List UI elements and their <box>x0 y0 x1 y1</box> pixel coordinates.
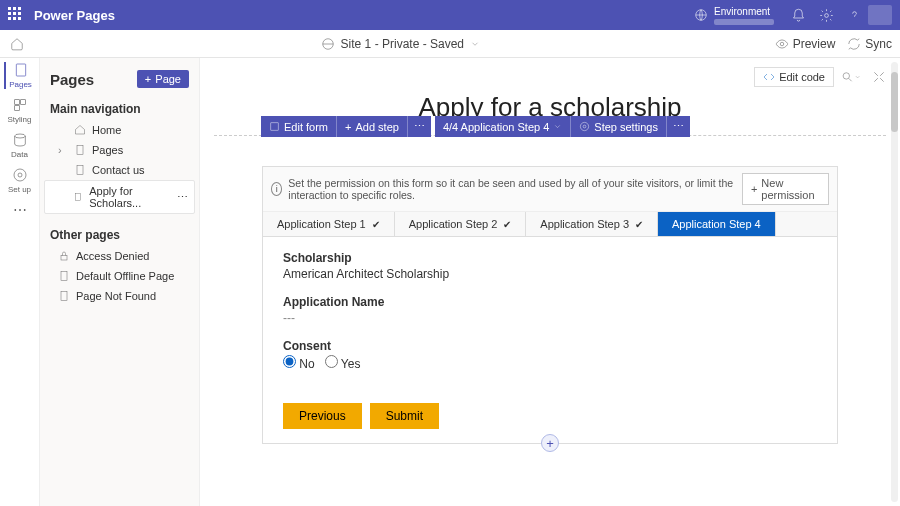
toolbar-more-1[interactable]: ⋯ <box>408 116 431 137</box>
edit-form-button[interactable]: Edit form <box>261 116 337 137</box>
top-bar: Power Pages Environment <box>0 0 900 30</box>
svg-point-19 <box>583 125 586 128</box>
tab-step-2[interactable]: Application Step 2 <box>395 212 527 236</box>
sync-label: Sync <box>865 37 892 51</box>
toolbar-more-2[interactable]: ⋯ <box>667 116 690 137</box>
svg-point-20 <box>581 122 589 130</box>
nav-contact[interactable]: Contact us <box>44 160 195 180</box>
page-icon <box>74 164 86 176</box>
svg-rect-16 <box>61 292 67 301</box>
consent-label: Consent <box>283 339 817 353</box>
page-icon <box>73 191 83 203</box>
svg-point-8 <box>14 134 25 138</box>
svg-rect-18 <box>271 123 278 130</box>
form-icon <box>269 121 280 132</box>
sync-button[interactable]: Sync <box>847 37 892 51</box>
add-section-button[interactable]: + <box>541 434 559 452</box>
previous-button[interactable]: Previous <box>283 403 362 429</box>
sidebar-title: Pages <box>50 71 94 88</box>
search-icon <box>841 70 854 84</box>
consent-no-option[interactable]: No <box>283 355 315 371</box>
account-avatar[interactable] <box>868 5 892 25</box>
nav-pages[interactable]: ›Pages <box>44 140 195 160</box>
svg-rect-6 <box>20 100 25 105</box>
app-launcher-icon[interactable] <box>8 7 24 23</box>
svg-rect-11 <box>77 146 83 155</box>
permission-text: Set the permission on this form so it ca… <box>288 177 736 201</box>
tab-step-1[interactable]: Application Step 1 <box>263 212 395 236</box>
svg-rect-12 <box>77 166 83 175</box>
environment-label: Environment <box>714 6 770 17</box>
more-icon[interactable]: ⋯ <box>177 191 188 204</box>
info-icon: i <box>271 182 282 196</box>
command-bar: Site 1 - Private - Saved Preview Sync <box>0 30 900 58</box>
plus-icon: + <box>345 121 351 133</box>
tab-step-3[interactable]: Application Step 3 <box>526 212 658 236</box>
step-settings-button[interactable]: Step settings <box>571 116 667 137</box>
consent-yes-option[interactable]: Yes <box>325 355 361 371</box>
new-permission-button[interactable]: +New permission <box>742 173 829 205</box>
site-picker[interactable]: Site 1 - Private - Saved <box>38 37 763 51</box>
rail-styling[interactable]: Styling <box>4 97 36 124</box>
main-nav-header: Main navigation <box>44 98 195 120</box>
svg-point-1 <box>824 13 828 17</box>
home-icon <box>74 124 86 136</box>
gear-icon <box>579 121 590 132</box>
preview-label: Preview <box>793 37 836 51</box>
svg-rect-14 <box>61 256 67 261</box>
nav-offline[interactable]: Default Offline Page <box>44 266 195 286</box>
canvas-scrollbar[interactable] <box>891 62 898 502</box>
application-name-value: --- <box>283 311 817 325</box>
page-icon <box>74 144 86 156</box>
chevron-down-icon <box>470 39 480 49</box>
step-counter-button[interactable]: 4/4 Application Step 4 <box>435 116 571 137</box>
svg-rect-4 <box>16 64 25 76</box>
chevron-down-icon <box>553 122 562 131</box>
zoom-button[interactable] <box>840 66 862 88</box>
nav-notfound[interactable]: Page Not Found <box>44 286 195 306</box>
submit-button[interactable]: Submit <box>370 403 439 429</box>
home-button[interactable] <box>8 37 26 51</box>
preview-button[interactable]: Preview <box>775 37 836 51</box>
plus-icon: + <box>751 183 757 195</box>
code-icon <box>763 71 775 83</box>
help-button[interactable] <box>840 1 868 29</box>
add-step-button[interactable]: +Add step <box>337 116 408 137</box>
fullscreen-button[interactable] <box>868 66 890 88</box>
application-name-label: Application Name <box>283 295 817 309</box>
scrollbar-thumb[interactable] <box>891 72 898 132</box>
sync-icon <box>847 37 861 51</box>
form-toolbar: Edit form +Add step ⋯ 4/4 Application St… <box>261 116 690 137</box>
rail-more[interactable]: ⋯ <box>4 202 36 218</box>
permission-bar: i Set the permission on this form so it … <box>263 167 837 212</box>
design-canvas: Edit code Apply for a scholarship Edit f… <box>200 58 900 506</box>
nav-access-denied[interactable]: Access Denied <box>44 246 195 266</box>
settings-button[interactable] <box>812 1 840 29</box>
expand-icon <box>872 70 886 84</box>
tab-step-4[interactable]: Application Step 4 <box>658 212 776 236</box>
rail-pages[interactable]: Pages <box>4 62 36 89</box>
rail-data[interactable]: Data <box>4 132 36 159</box>
svg-rect-7 <box>14 106 19 111</box>
edit-code-button[interactable]: Edit code <box>754 67 834 87</box>
step-tabs: Application Step 1 Application Step 2 Ap… <box>263 212 837 237</box>
eye-icon <box>775 37 789 51</box>
add-page-button[interactable]: +Page <box>137 70 189 88</box>
lock-icon <box>58 250 70 262</box>
nav-home[interactable]: Home <box>44 120 195 140</box>
consent-no-radio[interactable] <box>283 355 296 368</box>
nav-apply-scholarship[interactable]: Apply for Scholars...⋯ <box>44 180 195 214</box>
scholarship-label: Scholarship <box>283 251 817 265</box>
site-label: Site 1 - Private - Saved <box>341 37 464 51</box>
plus-icon: + <box>145 73 151 85</box>
brand-label: Power Pages <box>34 8 115 23</box>
other-pages-header: Other pages <box>44 224 195 246</box>
site-icon <box>321 37 335 51</box>
environment-picker[interactable]: Environment <box>694 6 774 25</box>
svg-rect-5 <box>14 100 19 105</box>
svg-point-3 <box>780 42 784 46</box>
page-icon <box>58 270 70 282</box>
notifications-button[interactable] <box>784 1 812 29</box>
consent-yes-radio[interactable] <box>325 355 338 368</box>
rail-setup[interactable]: Set up <box>4 167 36 194</box>
